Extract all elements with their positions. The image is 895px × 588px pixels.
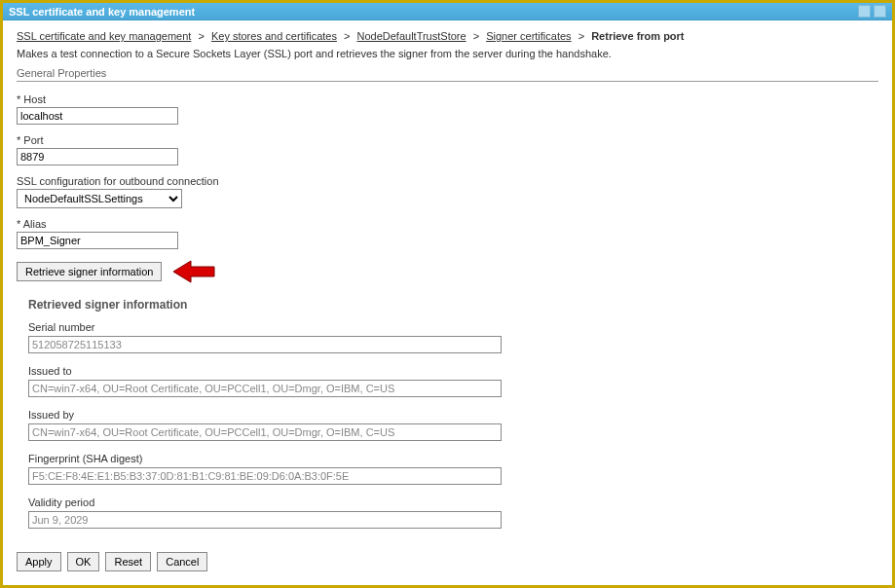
serial-label: Serial number	[28, 321, 878, 333]
field-validity: Validity period	[28, 496, 878, 529]
window-titlebar: SSL certificate and key management	[3, 3, 892, 20]
arrow-left-icon	[173, 259, 216, 284]
cancel-button[interactable]: Cancel	[157, 552, 207, 571]
host-input[interactable]	[17, 107, 178, 125]
fingerprint-value	[28, 467, 502, 485]
breadcrumb-separator: >	[344, 30, 350, 42]
page-description: Makes a test connection to a Secure Sock…	[17, 48, 878, 59]
reset-button[interactable]: Reset	[105, 552, 151, 571]
section-header-general: General Properties	[17, 67, 878, 82]
content-area: SSL certificate and key management > Key…	[3, 20, 892, 581]
window-close-icon[interactable]	[874, 5, 886, 18]
issued-by-value	[28, 423, 502, 441]
sslconf-select[interactable]: NodeDefaultSSLSettings	[17, 189, 182, 208]
port-label: Port	[17, 134, 878, 146]
breadcrumb: SSL certificate and key management > Key…	[17, 30, 878, 42]
validity-label: Validity period	[28, 496, 878, 508]
issued-to-value	[28, 380, 502, 397]
breadcrumb-link-truststore[interactable]: NodeDefaultTrustStore	[357, 30, 466, 42]
breadcrumb-separator: >	[198, 30, 204, 42]
field-issued-by: Issued by	[28, 409, 878, 441]
alias-input[interactable]	[17, 232, 178, 249]
retrieve-row: Retrieve signer information	[17, 259, 878, 284]
footer-buttons: Apply OK Reset Cancel	[17, 552, 878, 571]
breadcrumb-link-ssl-mgmt[interactable]: SSL certificate and key management	[17, 30, 191, 42]
issued-by-label: Issued by	[28, 409, 878, 421]
ok-button[interactable]: OK	[67, 552, 100, 571]
field-host: Host	[17, 93, 878, 125]
svg-marker-0	[173, 261, 214, 282]
field-port: Port	[17, 134, 878, 165]
breadcrumb-link-keystores[interactable]: Key stores and certificates	[211, 30, 337, 42]
breadcrumb-current: Retrieve from port	[591, 30, 684, 42]
breadcrumb-separator: >	[578, 30, 584, 42]
port-input[interactable]	[17, 148, 178, 165]
field-fingerprint: Fingerprint (SHA digest)	[28, 453, 878, 485]
retrieved-signer-section: Retrieved signer information Serial numb…	[28, 298, 878, 529]
validity-value	[28, 511, 502, 529]
breadcrumb-link-signer-certs[interactable]: Signer certificates	[486, 30, 571, 42]
alias-label: Alias	[17, 218, 878, 230]
fingerprint-label: Fingerprint (SHA digest)	[28, 453, 878, 464]
host-label: Host	[17, 93, 878, 105]
breadcrumb-separator: >	[473, 30, 479, 42]
window-controls	[858, 5, 886, 18]
window-title: SSL certificate and key management	[9, 6, 195, 18]
window-help-icon[interactable]	[858, 5, 871, 18]
field-serial: Serial number	[28, 321, 878, 353]
field-issued-to: Issued to	[28, 365, 878, 397]
sslconf-label: SSL configuration for outbound connectio…	[17, 175, 878, 187]
field-ssl-config: SSL configuration for outbound connectio…	[17, 175, 878, 208]
retrieved-header: Retrieved signer information	[28, 298, 878, 312]
retrieve-signer-button[interactable]: Retrieve signer information	[17, 262, 162, 281]
field-alias: Alias	[17, 218, 878, 249]
apply-button[interactable]: Apply	[17, 552, 61, 571]
serial-value	[28, 336, 502, 353]
issued-to-label: Issued to	[28, 365, 878, 377]
